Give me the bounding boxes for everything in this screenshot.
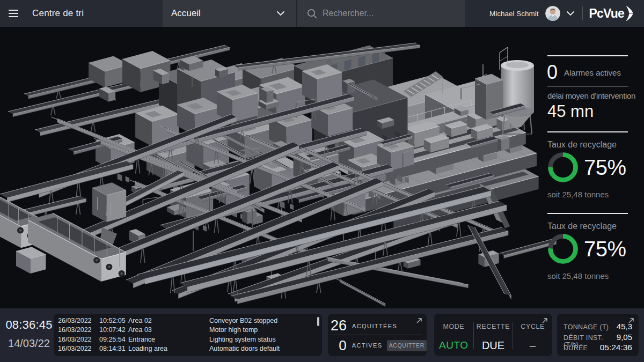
acknowledge-button[interactable]: ACQUITTER — [387, 340, 427, 351]
bottom-bar: 08:36:45 14/03/22 26/03/202210:52:05Area… — [0, 308, 644, 362]
user-chevron-down-icon[interactable] — [567, 11, 574, 16]
alarm-date: 26/03/2022 — [58, 317, 99, 324]
avatar[interactable] — [545, 6, 560, 21]
alarm-row[interactable]: 16/03/202208:14:31Loading areaAutomatic … — [54, 344, 322, 354]
stats-row: DÉBIT INST.(T/h)9,05 — [564, 333, 632, 343]
clock-time: 08:36:45 — [4, 318, 54, 332]
alarm-message: Lighting system status — [209, 336, 322, 343]
alarm-list-scrollbar[interactable] — [317, 317, 319, 326]
pcvue-logo-text: PcVue — [589, 6, 624, 21]
stats-value: 45,3 — [617, 322, 632, 331]
clock: 08:36:45 14/03/22 — [4, 318, 54, 350]
top-bar-divider — [582, 6, 583, 20]
user-name: Michael Schmit — [489, 10, 539, 18]
active-label: ACTIVES — [352, 342, 383, 349]
alarm-date: 16/03/2022 — [58, 336, 99, 343]
menu-bar — [9, 16, 18, 17]
alarm-message: Motor high temp — [209, 326, 322, 334]
alarm-time: 10:07:42 — [99, 326, 128, 334]
active-alarms-label: Alarmes actives — [564, 68, 621, 77]
recycle-gauge-1: Taux de recyclage75%soit 25,48 tonnes — [547, 140, 628, 199]
chevron-down-icon — [277, 11, 284, 16]
mode-card: MODEAUTORECETTEDUECYCLE– — [434, 314, 552, 356]
alarm-time: 08:14:31 — [99, 345, 128, 352]
alarm-message: Conveyor B02 stopped — [209, 317, 322, 324]
separator — [547, 131, 628, 132]
avatar-image — [545, 6, 560, 21]
top-bar-right: Michael Schmit PcVue — [465, 0, 644, 27]
mode-col-label: RECETTE — [474, 323, 513, 330]
mode-col-label: MODE — [434, 323, 473, 330]
active-count: 0 — [328, 337, 347, 354]
acknowledged-count: 26 — [328, 317, 347, 334]
page-dropdown-value: Accueil — [171, 8, 201, 19]
gauge-row: 75% — [547, 152, 628, 183]
delay-label: délai moyen d’intervention — [547, 91, 628, 100]
alarm-area: Area 02 — [128, 317, 209, 324]
search-icon — [307, 9, 317, 19]
alarm-area: Loading area — [128, 345, 209, 352]
menu-bar — [9, 13, 18, 14]
stats-value: 05:24:36 — [600, 343, 632, 352]
gauge-value: 75% — [584, 156, 626, 180]
separator — [547, 86, 628, 87]
alarm-time: 10:52:05 — [99, 317, 128, 324]
alarm-message: Automatic doors default — [209, 345, 322, 352]
donut-chart — [547, 233, 579, 264]
gauge-title: Taux de recyclage — [547, 221, 628, 231]
mode-col-value: – — [513, 339, 552, 352]
gauge-list: Taux de recyclage75%soit 25,48 tonnesTau… — [547, 140, 628, 280]
stats-label: DÉBIT INST.(T/h) — [564, 334, 603, 342]
stats-label: DURÉE — [564, 344, 588, 352]
stats-row: DURÉE05:24:36 — [564, 343, 632, 353]
page-dropdown[interactable]: Accueil — [163, 0, 297, 27]
mode-col-mode: MODEAUTO — [434, 322, 473, 349]
separator — [547, 55, 628, 56]
active-alarms-count: 0 — [547, 63, 558, 82]
recycle-gauge-2: Taux de recyclage75%soit 25,48 tonnes — [547, 221, 628, 280]
pcvue-logo-swoosh-icon — [625, 5, 634, 21]
separator — [547, 213, 628, 214]
alarm-row[interactable]: 26/03/202210:52:05Area 02Conveyor B02 st… — [54, 316, 322, 326]
stats-label: TONNAGE (T) — [564, 323, 609, 331]
mode-col-label: CYCLE — [513, 323, 552, 330]
alarm-summary-card: 26 ACQUITTÉES 0 ACTIVES ACQUITTER — [328, 314, 427, 356]
active-row: 0 ACTIVES ACQUITTER — [328, 335, 427, 356]
top-bar: Centre de tri Accueil Michael Schmit PcV… — [0, 0, 644, 27]
menu-icon[interactable] — [9, 8, 18, 19]
alarm-list-card: 26/03/202210:52:05Area 02Conveyor B02 st… — [54, 314, 322, 356]
alarm-time: 09:25:54 — [99, 336, 128, 343]
gauge-value: 75% — [584, 237, 626, 261]
delay-value: 45 mn — [547, 102, 628, 121]
search-bar[interactable] — [297, 0, 465, 27]
acknowledged-row: 26 ACQUITTÉES — [328, 317, 427, 335]
gauge-subtitle: soit 25,48 tonnes — [547, 190, 628, 199]
alarm-row[interactable]: 16/03/202209:25:54EntranceLighting syste… — [54, 335, 322, 344]
alarm-list: 26/03/202210:52:05Area 02Conveyor B02 st… — [54, 314, 322, 353]
mode-columns: MODEAUTORECETTEDUECYCLE– — [434, 314, 552, 356]
mode-col-cycle: CYCLE– — [513, 322, 552, 349]
acknowledged-label: ACQUITTÉES — [352, 323, 397, 329]
search-input[interactable] — [323, 9, 451, 18]
mode-col-value: DUE — [474, 339, 513, 352]
mode-col-value: AUTO — [434, 339, 473, 351]
app-title: Centre de tri — [32, 8, 84, 19]
gauge-row: 75% — [547, 233, 628, 264]
menu-bar — [9, 10, 18, 11]
stats-value: 9,05 — [617, 333, 632, 342]
donut-chart — [547, 152, 579, 183]
kpi-panel: 0 Alarmes actives délai moyen d’interven… — [547, 27, 628, 294]
alarm-area: Entrance — [128, 336, 209, 343]
stats-list: TONNAGE (T)45,3DÉBIT INST.(T/h)9,05DURÉE… — [564, 322, 632, 353]
gauge-title: Taux de recyclage — [547, 140, 628, 150]
alarm-area: Area 03 — [128, 326, 209, 334]
active-alarms-row: 0 Alarmes actives — [547, 63, 628, 82]
alarm-date: 16/03/2022 — [58, 345, 99, 352]
alarm-date: 16/03/2022 — [58, 326, 99, 334]
production-stats-card: TONNAGE (T)45,3DÉBIT INST.(T/h)9,05DURÉE… — [557, 314, 639, 356]
stats-row: TONNAGE (T)45,3 — [564, 322, 632, 333]
alarm-row[interactable]: 16/03/202210:07:42Area 03Motor high temp — [54, 326, 322, 335]
pcvue-logo: PcVue — [589, 5, 634, 21]
expand-icon[interactable] — [416, 317, 422, 324]
mode-col-recette: RECETTEDUE — [473, 322, 513, 349]
